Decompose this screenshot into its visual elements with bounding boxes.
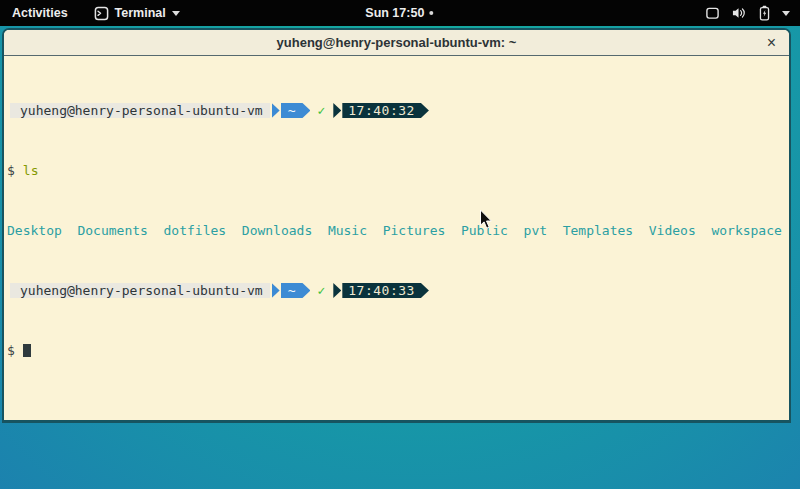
clock-button[interactable]: Sun 17:50 [365,0,433,26]
status-check-icon: ✓ [317,283,325,298]
close-button[interactable]: × [767,30,776,56]
terminal-content[interactable]: yuheng@henry-personal-ubuntu-vm ~ ✓ 17:4… [4,56,789,403]
prompt-line: yuheng@henry-personal-ubuntu-vm ~ ✓ 17:4… [7,283,789,298]
app-indicator-terminal[interactable]: Terminal [90,0,184,26]
activities-button[interactable]: Activities [0,0,80,26]
notification-dot [429,11,433,15]
shell-prompt-symbol: $ [7,343,15,358]
system-status-area[interactable] [705,0,800,26]
prompt-user-host: yuheng@henry-personal-ubuntu-vm [10,103,270,118]
chevron-down-icon [172,11,180,16]
prompt-cwd: ~ [281,103,311,118]
terminal-app-icon [94,6,109,21]
screen-icon [705,6,720,20]
command-line: $ [7,343,789,358]
top-bar: Activities Terminal Sun 17:50 [0,0,800,26]
clock-label: Sun 17:50 [365,6,424,20]
prompt-line: yuheng@henry-personal-ubuntu-vm ~ ✓ 17:4… [7,103,789,118]
status-check-icon: ✓ [317,103,325,118]
terminal-block-cursor [23,344,31,357]
prompt-cwd: ~ [281,283,311,298]
prompt-timestamp: 17:40:33 [342,283,429,298]
prompt-user-host: yuheng@henry-personal-ubuntu-vm [10,283,270,298]
volume-icon [731,6,747,20]
command-text: ls [23,163,39,178]
app-indicator-label: Terminal [115,6,166,20]
prompt-timestamp: 17:40:32 [342,103,429,118]
window-title: yuheng@henry-personal-ubuntu-vm: ~ [277,35,517,50]
window-titlebar[interactable]: yuheng@henry-personal-ubuntu-vm: ~ × [4,30,789,56]
chevron-down-icon [782,11,790,16]
shell-prompt-symbol: $ [7,163,15,178]
battery-charging-icon [758,5,771,21]
powerline-arrow-icon [272,103,280,118]
powerline-arrow-icon [272,283,280,298]
terminal-window: yuheng@henry-personal-ubuntu-vm: ~ × yuh… [2,28,791,423]
command-line: $ ls [7,163,789,178]
ls-output: Desktop Documents dotfiles Downloads Mus… [7,223,789,238]
powerline-arrow-icon [333,103,341,118]
powerline-arrow-icon [333,283,341,298]
